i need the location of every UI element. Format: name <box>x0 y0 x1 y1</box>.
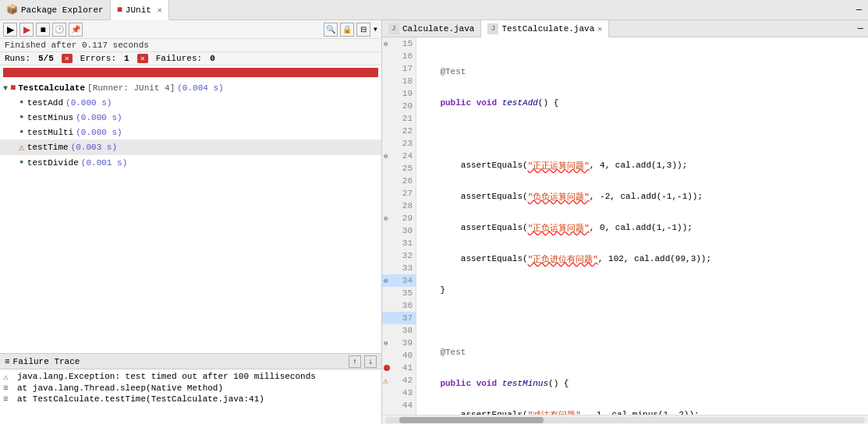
line-num-44: 44 <box>382 399 416 412</box>
test-pass-icon: ▪ <box>19 126 25 138</box>
editor-minimize-btn[interactable]: ─ <box>853 20 868 37</box>
testcalculate-tab-close[interactable]: ✕ <box>597 24 602 34</box>
line-num-40: 40 <box>382 349 416 362</box>
test-tree: ▼ ■ TestCalculate [Runner: JUnit 4] (0.0… <box>0 80 381 353</box>
tab-package-explorer[interactable]: 📦 Package Explorer <box>0 0 111 19</box>
trace-action-1[interactable]: ↑ <box>349 355 361 368</box>
code-line-18: assertEquals("正正运算问题", 4, cal.add(1,3)); <box>420 159 865 171</box>
test-root-icon: ■ <box>10 83 16 94</box>
code-content[interactable]: @Test public void testAdd() { assertEqua… <box>416 37 868 415</box>
line-num-39: ⊖39 <box>382 337 416 349</box>
trace-stack-icon: ≡ <box>3 394 14 404</box>
test-root-time: (0.004 s) <box>177 83 223 93</box>
h-scrollbar-thumb[interactable] <box>399 417 544 423</box>
history-button[interactable]: 🕐 <box>52 23 66 37</box>
test-item-testTime[interactable]: ⚠ testTime (0.003 s) <box>0 140 381 155</box>
line-num-29: ⊖29 <box>382 212 416 224</box>
line-num-32: 32 <box>382 249 416 262</box>
rerun-failed-button[interactable]: ▶ <box>19 23 34 37</box>
line-num-30: 30 <box>382 224 416 237</box>
trace-action-2[interactable]: ↓ <box>364 355 377 368</box>
progress-bar-wrap <box>3 68 378 77</box>
test-item-testMulti[interactable]: ▪ testMulti (0.000 s) <box>0 125 381 140</box>
line-num-17: 17 <box>382 62 416 75</box>
status-line: Finished after 0.117 seconds <box>0 39 381 52</box>
tab-junit-label: JUnit <box>126 5 151 15</box>
test-root-runner: [Runner: JUnit 4] <box>87 83 175 93</box>
junit-toolbar: ▶ ▶ ■ 🕐 📌 🔍 🔒 ⊟ ▾ <box>0 20 381 39</box>
test-item-testAdd[interactable]: ▪ testAdd (0.000 s) <box>0 95 381 110</box>
line-num-28: 28 <box>382 200 416 212</box>
right-editor: J Calculate.java J TestCalculate.java ✕ … <box>382 20 868 424</box>
trace-line-3[interactable]: ≡ at TestCalculate.testTime(TestCalculat… <box>3 394 378 405</box>
errors-label: Errors: <box>80 54 116 63</box>
testcalculate-tab-icon: J <box>487 23 498 34</box>
errors-badge: ✕ <box>62 54 73 63</box>
code-area[interactable]: ⊖ 15 16 17 18 19 20 21 22 23 ⊖24 25 <box>382 37 868 415</box>
test-root-label: TestCalculate <box>18 83 85 93</box>
collapse-button[interactable]: ⊟ <box>356 23 370 37</box>
line-num-15: ⊖ 15 <box>382 37 416 50</box>
rerun-button[interactable]: ▶ <box>3 23 17 37</box>
test-root-item[interactable]: ▼ ■ TestCalculate [Runner: JUnit 4] (0.0… <box>0 81 381 95</box>
line-num-20: 20 <box>382 100 416 112</box>
line-num-34: ⊖34 <box>382 274 416 287</box>
error-dot-41 <box>384 365 390 371</box>
line-num-42: ⚠42 <box>382 374 416 387</box>
filter-button[interactable]: 🔍 <box>324 23 338 37</box>
test-item-testDivide[interactable]: ▪ testDivide (0.001 s) <box>0 155 381 170</box>
tree-collapse-arrow[interactable]: ▼ <box>3 84 8 93</box>
top-tab-spacer <box>169 0 850 19</box>
test-time: (0.000 s) <box>76 128 122 137</box>
minimize-btn[interactable]: ─ <box>850 0 868 19</box>
line-num-21: 21 <box>382 112 416 125</box>
code-line-15: @Test <box>420 65 865 78</box>
line-num-23: 23 <box>382 137 416 150</box>
toolbar-dropdown-icon[interactable]: ▾ <box>373 23 378 35</box>
test-time: (0.000 s) <box>76 113 122 122</box>
line-num-26: 26 <box>382 175 416 187</box>
editor-scrollbar-bottom[interactable] <box>382 415 868 424</box>
code-line-17 <box>420 128 865 140</box>
failures-badge: ✕ <box>137 54 148 63</box>
testcalculate-tab-label: TestCalculate.java <box>501 24 594 34</box>
line-num-33: 33 <box>382 262 416 274</box>
tab-calculate[interactable]: J Calculate.java <box>382 20 481 37</box>
progress-bar-fill <box>3 68 378 77</box>
test-label: testMinus <box>27 113 73 122</box>
h-scrollbar[interactable] <box>385 417 865 423</box>
code-line-22: } <box>420 284 865 296</box>
main-layout: ▶ ▶ ■ 🕐 📌 🔍 🔒 ⊟ ▾ Finished after 0.117 s… <box>0 20 868 424</box>
tab-testcalculate[interactable]: J TestCalculate.java ✕ <box>481 20 609 37</box>
code-line-26: assertEquals("减法有问题", -1, cal.minus(1, 2… <box>420 408 865 415</box>
trace-error-icon: ⚠ <box>3 372 14 382</box>
top-tab-bar: 📦 Package Explorer ■ JUnit ✕ ─ <box>0 0 868 20</box>
trace-line-2[interactable]: ≡ at java.lang.Thread.sleep(Native Metho… <box>3 383 378 394</box>
editor-tab-bar: J Calculate.java J TestCalculate.java ✕ … <box>382 20 868 37</box>
failure-trace-section: ≡ Failure Trace ↑ ↓ ⚠ java.lang.Exceptio… <box>0 353 381 424</box>
line-num-41: 41 <box>382 362 416 374</box>
trace-stack-icon: ≡ <box>3 383 14 393</box>
trace-line-text: at TestCalculate.testTime(TestCalculate.… <box>17 394 264 404</box>
test-time: (0.000 s) <box>66 98 112 108</box>
junit-tab-close-icon[interactable]: ✕ <box>158 5 162 15</box>
calculate-tab-icon: J <box>388 23 399 34</box>
test-pass-icon: ▪ <box>19 97 25 108</box>
pin-button[interactable]: 📌 <box>69 23 83 37</box>
tab-package-explorer-label: Package Explorer <box>21 5 104 15</box>
trace-line-text: java.lang.Exception: test timed out afte… <box>17 372 316 381</box>
code-line-24: @Test <box>420 346 865 359</box>
code-line-21: assertEquals("正负进位有问题", 102, cal.add(99,… <box>420 253 865 265</box>
tab-junit[interactable]: ■ JUnit ✕ <box>111 0 169 20</box>
stop-button[interactable]: ■ <box>36 23 50 37</box>
test-item-testMinus[interactable]: ▪ testMinus (0.000 s) <box>0 110 381 125</box>
failure-trace-label: Failure Trace <box>13 357 80 366</box>
scroll-lock-button[interactable]: 🔒 <box>340 23 354 37</box>
test-time: (0.003 s) <box>71 143 117 152</box>
line-num-36: 36 <box>382 299 416 312</box>
errors-value: 1 <box>124 54 129 63</box>
failure-trace-header: ≡ Failure Trace ↑ ↓ <box>0 354 381 369</box>
line-num-19: 19 <box>382 87 416 100</box>
code-line-25: public void testMinus() { <box>420 377 865 390</box>
trace-line-text: at java.lang.Thread.sleep(Native Method) <box>17 383 223 393</box>
